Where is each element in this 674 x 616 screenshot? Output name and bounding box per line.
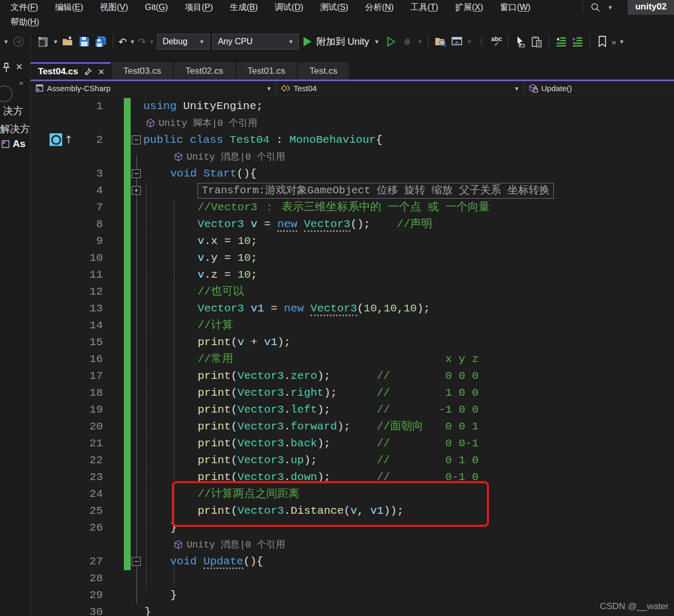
project-dropdown[interactable]: Assembly-CSharp ▼ [31,81,277,95]
change-tracking-bar [124,334,131,351]
menu-build[interactable]: 生成(B) [221,2,266,13]
tab-test02[interactable]: Test02.cs [174,62,235,80]
nav-back-caret[interactable]: ▼ [3,38,9,45]
codelens-text[interactable]: Unity 脚本|0 个引用 [159,118,257,129]
code-editor[interactable]: 1using UnityEngine;Unity 脚本|0 个引用2−↑publ… [31,96,674,616]
bookmark-icon[interactable] [595,35,609,48]
decrease-indent-icon[interactable] [554,35,568,48]
unity-margin-icon[interactable]: ↑ [50,133,73,146]
codelens-text[interactable]: Unity 消息|0 个引用 [187,152,285,162]
code-token: print [198,404,231,416]
tab-test[interactable]: Test.cs [298,62,349,80]
window-layout-icon[interactable] [450,35,464,48]
change-tracking-bar [124,267,131,283]
menu-help[interactable]: 帮助(H) [2,17,47,28]
pin-icon[interactable] [1,62,12,76]
fold-minus-box[interactable]: − [132,135,141,144]
line-number: 13 [31,300,103,317]
start-without-debugging-icon[interactable] [384,35,398,48]
code-token: 10 [404,302,417,315]
line-number: 3 [31,165,103,182]
new-file-icon[interactable] [36,35,50,48]
tab-test04[interactable]: Test04.cs × [31,62,111,80]
menu-file[interactable]: 文件(F) [2,2,46,13]
tab-test01[interactable]: Test01.cs [236,62,297,80]
codelens-text[interactable]: Unity 消息|0 个引用 [187,540,285,550]
new-file-caret[interactable]: ▼ [53,38,58,45]
tab-test03[interactable]: Test03.cs [112,62,173,80]
pin-icon[interactable] [84,68,92,75]
toolbar-overflow-caret[interactable]: ▼ [619,38,624,45]
code-token: //Vector3 ： 表示三维坐标系中的 一个点 或 一个向量 [198,201,490,213]
close-icon[interactable]: × [16,60,23,74]
chevron-down-icon[interactable]: ▼ [262,85,272,92]
find-in-files-icon[interactable] [434,35,447,48]
menu-view[interactable]: 视图(V) [92,2,136,13]
line-number: 17 [31,368,103,385]
fold-minus-box[interactable]: − [132,557,141,566]
menu-tools[interactable]: 工具(T) [402,2,446,13]
code-token: ( [231,454,238,466]
increase-indent-icon[interactable] [571,35,584,48]
menu-edit[interactable]: 编辑(E) [46,2,91,13]
undo-caret[interactable]: ▼ [130,38,135,45]
menu-extensions[interactable]: 扩展(X) [447,2,492,13]
solution-explorer-fragment[interactable]: 解决方 [0,122,30,136]
solution-configurations-dropdown[interactable]: Debug▼ [157,34,210,50]
code-token: } [144,606,151,616]
menu-window[interactable]: 窗口(W) [492,2,539,13]
save-icon[interactable] [77,35,91,48]
spell-check-icon[interactable]: abc✓ [491,37,502,46]
line-number: 15 [31,334,103,351]
chevron-down-icon[interactable]: ▼ [510,85,520,92]
code-token: back [290,437,317,449]
toolbar-overflow-chevron[interactable]: » [612,37,616,46]
redo-icon[interactable]: ↷ [138,36,146,48]
window-layout-caret[interactable]: ▼ [466,38,472,45]
change-tracking-bar [124,250,131,267]
search-icon[interactable] [589,1,602,14]
code-token: ; [251,252,258,264]
open-folder-icon[interactable] [61,35,75,48]
save-all-icon[interactable] [94,35,108,48]
menu-test[interactable]: 测试(S) [312,2,357,13]
menu-project[interactable]: 项目(P) [177,2,221,13]
attach-caret[interactable]: ▼ [374,38,379,45]
code-token: ); [324,387,337,399]
code-token: v1 [264,336,277,348]
type-dropdown[interactable]: Test04 ▼ [277,81,524,95]
paste-icon[interactable] [530,35,543,48]
expand-chevron-icon[interactable]: » [19,78,22,87]
code-token: ( [231,387,238,399]
menu-debug[interactable]: 调试(D) [266,2,311,13]
hot-reload-icon[interactable] [401,35,414,48]
solution-explorer-fragment[interactable]: 决方 [3,104,23,118]
member-dropdown[interactable]: Update() [524,81,674,95]
code-token: ); [317,404,330,416]
code-token: print [198,454,231,466]
code-line: 4+Transform:游戏对象GameObject 位移 旋转 缩放 父子关系… [31,182,674,199]
attach-to-unity-button[interactable]: 附加到 Unity ▼ [301,35,382,48]
assembly-item-fragment[interactable]: As [1,138,25,150]
fold-minus-box[interactable]: − [132,169,141,178]
close-icon[interactable]: × [98,66,104,78]
menu-git[interactable]: Git(G) [136,3,177,12]
hot-reload-caret[interactable]: ▼ [417,38,423,45]
line-number: 24 [31,486,103,503]
line-number: 28 [31,570,103,587]
navigate-forward-icon[interactable] [12,35,25,48]
collapsed-region-box[interactable]: Transform:游戏对象GameObject 位移 旋转 缩放 父子关系 坐… [198,183,554,199]
redo-caret[interactable]: ▼ [149,38,155,45]
menu-analyze[interactable]: 分析(N) [357,2,402,13]
select-cursor-icon[interactable] [513,35,527,48]
code-line: 13Vector3 v1 = new Vector3(10,10,10); [31,300,674,317]
line-number: 7 [31,199,103,216]
code-line: 9v.x = 10; [31,233,674,250]
solution-platforms-dropdown[interactable]: Any CPU▼ [212,34,299,50]
fold-plus-box[interactable]: + [132,186,141,195]
search-dropdown-caret[interactable]: ▼ [608,4,613,11]
undo-icon[interactable]: ↶ [119,36,127,48]
line-number: 26 [31,520,103,536]
code-token: v1 [251,302,264,315]
code-token: UnityEngine; [177,100,263,112]
